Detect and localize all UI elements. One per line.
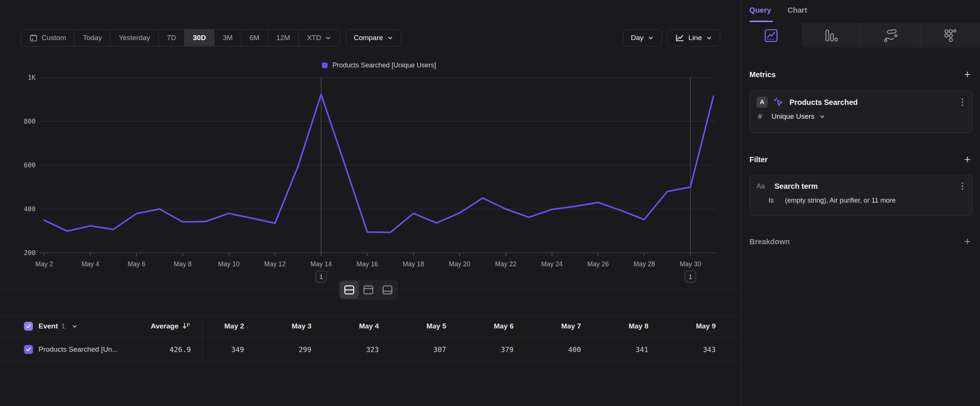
chart-type-button[interactable]: Line (667, 29, 720, 46)
tab-chart[interactable]: Chart (788, 6, 807, 14)
split-view-bottom-button[interactable] (378, 281, 397, 299)
x-axis-label: May 6 (128, 260, 146, 268)
x-axis-label: May 12 (264, 260, 286, 268)
annotation-count: 1 (689, 274, 692, 280)
x-axis-label: May 16 (356, 260, 378, 268)
filter-options-kebab-icon[interactable] (959, 181, 966, 191)
add-breakdown-button[interactable]: + (963, 236, 972, 247)
column-date-label: May 3 (292, 322, 312, 330)
cell-value: 299 (299, 345, 312, 353)
range-button-xtd[interactable]: XTD (298, 30, 339, 46)
aggregation-prefix: # (758, 112, 768, 121)
column-date-label: May 5 (426, 322, 446, 330)
average-value-cell: 426.9 (170, 338, 191, 361)
chart-type-tab-bar[interactable] (801, 23, 861, 48)
table-column-header[interactable]: May 2 (202, 316, 269, 337)
chart-type-strip (741, 23, 980, 48)
table-column-header[interactable]: May 4 (337, 316, 404, 337)
cell-value: 400 (568, 345, 581, 353)
chart-type-tab-flows[interactable] (861, 23, 921, 48)
cell-value: 323 (366, 345, 379, 353)
event-sparkle-icon (773, 97, 784, 108)
x-axis-label: May 24 (541, 260, 563, 268)
table-row[interactable]: Products Searched [Un... 426.9 349299323… (0, 337, 741, 362)
cell-value: 341 (636, 345, 648, 353)
chart-type-tab-retention[interactable] (920, 23, 980, 48)
compare-button[interactable]: Compare (346, 29, 401, 46)
chevron-down-icon[interactable] (72, 323, 78, 330)
cell-value: 343 (703, 345, 716, 353)
metric-card-header: A Products Searched (750, 91, 972, 110)
insights-line-icon (763, 28, 779, 43)
range-label: XTD (307, 34, 321, 42)
metric-options-kebab-icon[interactable] (959, 97, 966, 107)
table-column-header[interactable]: May 7 (539, 316, 606, 337)
chevron-down-icon (387, 35, 393, 41)
sort-descending-icon[interactable] (182, 322, 191, 331)
table-column-header[interactable]: May 5 (404, 316, 472, 337)
line-chart-icon (675, 34, 684, 42)
x-axis-label: May 30 (680, 260, 702, 268)
x-axis-label: May 20 (449, 260, 471, 268)
annotation-count: 1 (319, 274, 323, 280)
average-header-cell[interactable]: Average (151, 316, 191, 337)
range-button-3m[interactable]: 3M (214, 30, 241, 46)
range-button-30d[interactable]: 30D (184, 30, 214, 46)
range-button-12m[interactable]: 12M (268, 30, 298, 46)
table-cell: 349 (202, 338, 269, 361)
y-axis-label: 800 (24, 118, 35, 125)
granularity-button[interactable]: Day (623, 29, 662, 46)
filter-section-header: Filter + (749, 154, 972, 165)
chevron-down-icon (706, 35, 712, 41)
range-button-custom[interactable]: Custom (21, 30, 74, 46)
add-filter-button[interactable]: + (963, 154, 972, 165)
filter-card[interactable]: Aa Search term Is (empty string), Air pu… (749, 175, 972, 216)
legend-swatch (322, 62, 328, 68)
table-cell: 379 (472, 338, 539, 361)
range-button-yesterday[interactable]: Yesterday (110, 30, 158, 46)
table-column-header[interactable]: May 3 (269, 316, 337, 337)
table-column-header[interactable]: May 6 (472, 316, 539, 337)
chart-type-label: Line (688, 34, 702, 42)
range-label: Today (83, 34, 102, 42)
table-cell: 400 (539, 338, 606, 361)
x-axis-label: May 18 (403, 260, 424, 268)
column-date-label: May 4 (359, 322, 379, 330)
table-column-divider (202, 315, 202, 362)
filter-operator: Is (768, 197, 774, 204)
aggregation-label: Unique Users (772, 112, 815, 121)
x-axis-label: May 8 (174, 260, 192, 268)
series-line-products-searched[interactable] (44, 94, 713, 232)
average-value: 426.9 (170, 345, 191, 353)
select-all-checkbox[interactable] (24, 322, 33, 331)
range-button-today[interactable]: Today (74, 30, 110, 46)
split-view-top-button[interactable] (359, 281, 378, 299)
x-axis-label: May 2 (35, 260, 53, 268)
metrics-section-header: Metrics + (749, 69, 972, 80)
chart-type-tab-insights-line[interactable] (741, 23, 801, 48)
split-view-bottom-icon (382, 285, 393, 295)
table-cell: 307 (404, 338, 472, 361)
range-label: 12M (276, 34, 290, 42)
range-button-7d[interactable]: 7D (158, 30, 184, 46)
filter-condition-row[interactable]: Is (empty string), Air purifier, or 11 m… (750, 194, 972, 212)
row-checkbox[interactable] (24, 345, 33, 354)
split-view-even-button[interactable] (340, 281, 359, 299)
metric-aggregation-row[interactable]: # Unique Users (750, 110, 972, 127)
table-cell: 299 (269, 338, 337, 361)
table-column-header[interactable]: May 9 (674, 316, 741, 337)
add-metric-button[interactable]: + (963, 69, 972, 80)
column-date-label: May 9 (696, 322, 716, 330)
range-button-6m[interactable]: 6M (241, 30, 268, 46)
date-header-columns: May 2May 3May 4May 5May 6May 7May 8May 9 (202, 316, 741, 337)
line-chart[interactable]: 2004006008001KMay 2May 4May 6May 8May 10… (15, 73, 719, 287)
retention-icon (943, 28, 958, 43)
table-column-header[interactable]: May 8 (606, 316, 674, 337)
flows-icon (883, 28, 898, 43)
range-label: Custom (41, 34, 66, 42)
split-view-even-icon (344, 285, 355, 295)
table-cell: 343 (674, 338, 741, 361)
tab-query[interactable]: Query (749, 6, 771, 14)
metric-card[interactable]: A Products Searched # Unique Users (749, 90, 972, 133)
layout-toggle-group (339, 280, 398, 300)
